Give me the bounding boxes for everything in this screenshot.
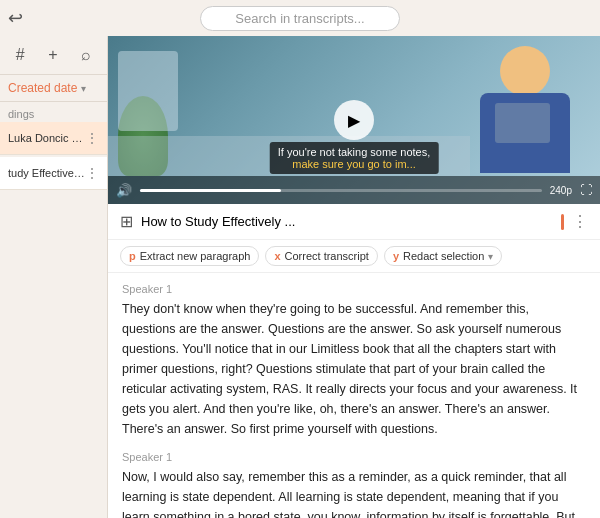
video-caption-line1: If you're not taking some notes,make sur… xyxy=(278,146,431,170)
sidebar-icons: # + ⌕ xyxy=(0,36,107,75)
hash-icon[interactable]: # xyxy=(12,44,29,66)
person-head xyxy=(500,46,550,96)
extract-label: Extract new paragraph xyxy=(140,250,251,262)
transcript-text-1: They don't know when they're going to be… xyxy=(122,299,586,439)
redact-label: Redact selection xyxy=(403,250,484,262)
transcript-content: Speaker 1 They don't know when they're g… xyxy=(108,273,600,518)
video-caption: If you're not taking some notes,make sur… xyxy=(270,142,439,174)
sidebar-item-menu-1[interactable]: ⋮ xyxy=(85,130,99,146)
bg-lamp xyxy=(118,51,178,131)
video-person xyxy=(470,41,580,179)
extract-paragraph-button[interactable]: p Extract new paragraph xyxy=(120,246,259,266)
video-controls: 🔊 240p ⛶ xyxy=(108,176,600,204)
sidebar-items: Luka Doncic N... ⋮ tudy Effectively ... … xyxy=(0,122,107,518)
add-icon[interactable]: + xyxy=(44,44,61,66)
extract-prefix: p xyxy=(129,250,136,262)
volume-icon[interactable]: 🔊 xyxy=(116,183,132,198)
sidebar: # + ⌕ Created date ▾ dings Luka Doncic N… xyxy=(0,36,108,518)
redact-prefix: y xyxy=(393,250,399,262)
top-bar: ↩ Search in transcripts... xyxy=(0,0,600,36)
search-input[interactable]: Search in transcripts... xyxy=(200,6,400,31)
video-progress-bar[interactable] xyxy=(140,189,542,192)
video-quality-label[interactable]: 240p xyxy=(550,185,572,196)
back-button[interactable]: ↩ xyxy=(8,7,23,29)
redact-selection-button[interactable]: y Redact selection ▾ xyxy=(384,246,502,266)
transcript-icon: ⊞ xyxy=(120,212,133,231)
sidebar-item-2[interactable]: tudy Effectively ... ⋮ xyxy=(0,157,107,190)
transcript-menu-button[interactable]: ⋮ xyxy=(572,212,588,231)
content-area: ▶ If you're not taking some notes,make s… xyxy=(108,36,600,518)
correct-label: Correct transcript xyxy=(285,250,369,262)
sidebar-item-menu-2[interactable]: ⋮ xyxy=(85,165,99,181)
sidebar-section-label: dings xyxy=(0,102,107,122)
search-icon[interactable]: ⌕ xyxy=(77,44,95,66)
video-play-button[interactable]: ▶ xyxy=(334,100,374,140)
notes-decoration xyxy=(495,103,550,143)
sidebar-item-1[interactable]: Luka Doncic N... ⋮ xyxy=(0,122,107,155)
speaker-label-1: Speaker 1 xyxy=(122,283,586,295)
transcript-text-2: Now, I would also say, remember this as … xyxy=(122,467,586,518)
sidebar-item-label-2: tudy Effectively ... xyxy=(8,167,85,179)
filter-label: Created date xyxy=(8,81,77,95)
speaker-label-2: Speaker 1 xyxy=(122,451,586,463)
fullscreen-icon[interactable]: ⛶ xyxy=(580,183,592,197)
transcript-title: How to Study Effectively ... xyxy=(141,214,553,229)
correct-prefix: x xyxy=(274,250,280,262)
video-container[interactable]: ▶ If you're not taking some notes,make s… xyxy=(108,36,600,204)
transcript-header: ⊞ How to Study Effectively ... ⋮ xyxy=(108,204,600,240)
correct-transcript-button[interactable]: x Correct transcript xyxy=(265,246,377,266)
transcript-section: ⊞ How to Study Effectively ... ⋮ p Extra… xyxy=(108,204,600,518)
filter-button[interactable]: Created date ▾ xyxy=(0,75,107,102)
filter-arrow-icon: ▾ xyxy=(81,83,86,94)
sidebar-item-label-1: Luka Doncic N... xyxy=(8,132,85,144)
action-buttons: p Extract new paragraph x Correct transc… xyxy=(108,240,600,273)
title-accent-bar xyxy=(561,214,564,230)
redact-arrow-icon: ▾ xyxy=(488,251,493,262)
transcript-text-2-part1: Now, I would also say, remember this as … xyxy=(122,470,580,518)
video-progress-fill xyxy=(140,189,281,192)
main-layout: # + ⌕ Created date ▾ dings Luka Doncic N… xyxy=(0,36,600,518)
